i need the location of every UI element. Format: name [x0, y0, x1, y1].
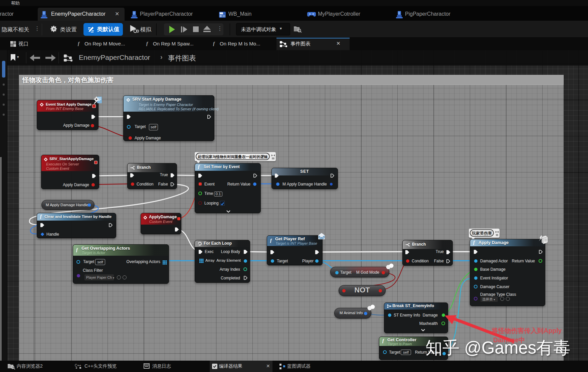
svg-text:C++: C++	[75, 364, 81, 367]
